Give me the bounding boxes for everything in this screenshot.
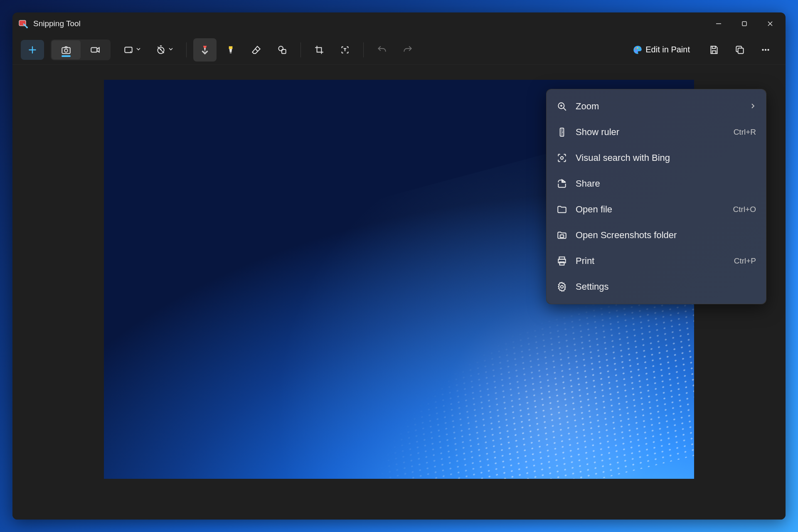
highlighter-tool-button[interactable]: [219, 40, 242, 60]
svg-point-12: [635, 48, 636, 49]
rectangle-icon: [123, 44, 134, 55]
minimize-button[interactable]: [706, 14, 732, 33]
menu-label: Share: [576, 178, 756, 189]
menu-shortcut: Ctrl+O: [733, 205, 756, 214]
svg-point-17: [762, 49, 764, 50]
svg-point-10: [278, 46, 283, 51]
svg-point-15: [635, 50, 637, 52]
chevron-down-icon: [168, 46, 174, 54]
selected-indicator: [62, 55, 71, 57]
menu-item-open-file[interactable]: Open file Ctrl+O: [549, 197, 764, 222]
menu-item-visual-search[interactable]: Visual search with Bing: [549, 145, 764, 171]
video-icon: [90, 44, 101, 55]
titlebar: Snipping Tool: [12, 12, 786, 35]
toolbar-divider: [300, 42, 301, 57]
overflow-menu: Zoom Show ruler Ctrl+R Visual search wit…: [546, 89, 766, 304]
svg-point-19: [767, 49, 769, 50]
copy-icon: [734, 44, 745, 55]
svg-rect-3: [62, 47, 70, 53]
toolbar-divider: [186, 42, 187, 57]
menu-label: Settings: [576, 281, 756, 292]
toolbar: Edit in Paint: [12, 35, 786, 65]
shapes-tool-button[interactable]: [271, 40, 294, 60]
svg-point-26: [561, 286, 564, 288]
svg-rect-25: [560, 262, 564, 265]
paint-palette-icon: [632, 44, 643, 55]
pen-tool-button[interactable]: [193, 38, 217, 62]
timer-off-icon: [155, 44, 166, 55]
chevron-down-icon: [135, 46, 141, 54]
chevron-down-icon: [200, 47, 210, 60]
svg-point-18: [765, 49, 766, 50]
delay-dropdown[interactable]: [150, 40, 180, 60]
menu-item-print[interactable]: Print Ctrl+P: [549, 248, 764, 274]
app-title: Snipping Tool: [33, 19, 81, 28]
svg-point-13: [637, 47, 638, 48]
menu-item-open-screenshots-folder[interactable]: Open Screenshots folder: [549, 222, 764, 248]
menu-label: Show ruler: [576, 127, 725, 138]
menu-item-zoom[interactable]: Zoom: [549, 94, 764, 119]
eraser-icon: [251, 44, 262, 55]
menu-label: Visual search with Bing: [576, 153, 756, 163]
save-button[interactable]: [702, 40, 726, 60]
svg-point-22: [561, 157, 564, 160]
save-icon: [709, 44, 719, 55]
folder-image-icon: [557, 230, 567, 241]
menu-label: Zoom: [576, 101, 741, 112]
menu-shortcut: Ctrl+R: [734, 128, 756, 137]
edit-in-paint-label: Edit in Paint: [643, 45, 693, 54]
more-horizontal-icon: [760, 44, 771, 55]
folder-icon: [557, 204, 567, 215]
snip-mode-button[interactable]: [52, 40, 81, 59]
text-extract-icon: [340, 44, 350, 55]
more-button[interactable]: [754, 40, 777, 60]
redo-button[interactable]: [396, 40, 419, 60]
scan-search-icon: [557, 153, 567, 163]
svg-rect-8: [229, 46, 233, 49]
svg-rect-9: [230, 52, 232, 53]
record-mode-button[interactable]: [81, 40, 110, 59]
undo-icon: [377, 44, 387, 55]
redo-icon: [402, 44, 413, 55]
copy-button[interactable]: [728, 40, 751, 60]
maximize-button[interactable]: [732, 14, 757, 33]
zoom-in-icon: [557, 101, 567, 112]
svg-rect-23: [560, 235, 564, 238]
svg-point-1: [26, 27, 28, 28]
camera-icon: [61, 44, 71, 55]
app-window: Snipping Tool: [12, 12, 786, 520]
snip-shape-dropdown[interactable]: [117, 40, 147, 60]
menu-item-share[interactable]: Share: [549, 171, 764, 197]
menu-label: Open Screenshots folder: [576, 230, 756, 241]
print-icon: [557, 256, 567, 266]
highlighter-icon: [225, 44, 236, 55]
app-icon: [18, 19, 28, 29]
menu-item-settings[interactable]: Settings: [549, 274, 764, 300]
svg-rect-16: [738, 48, 744, 53]
close-button[interactable]: [757, 14, 783, 33]
svg-point-4: [64, 49, 68, 52]
undo-button[interactable]: [370, 40, 394, 60]
text-actions-button[interactable]: [333, 40, 357, 60]
share-icon: [557, 178, 567, 189]
crop-tool-button[interactable]: [308, 40, 331, 60]
svg-point-14: [639, 48, 640, 49]
shapes-icon: [277, 44, 288, 55]
svg-rect-2: [742, 22, 746, 26]
mode-group: [51, 39, 111, 60]
toolbar-divider: [363, 42, 364, 57]
crop-icon: [314, 44, 325, 55]
menu-item-show-ruler[interactable]: Show ruler Ctrl+R: [549, 119, 764, 145]
chevron-right-icon: [749, 101, 756, 112]
edit-in-paint-button[interactable]: Edit in Paint: [626, 40, 700, 60]
svg-rect-5: [91, 47, 97, 52]
ruler-icon: [557, 127, 567, 138]
gear-icon: [557, 281, 567, 292]
menu-label: Print: [576, 256, 726, 266]
eraser-tool-button[interactable]: [245, 40, 268, 60]
menu-shortcut: Ctrl+P: [734, 256, 756, 266]
menu-label: Open file: [576, 204, 725, 215]
new-snip-button[interactable]: [21, 40, 44, 60]
